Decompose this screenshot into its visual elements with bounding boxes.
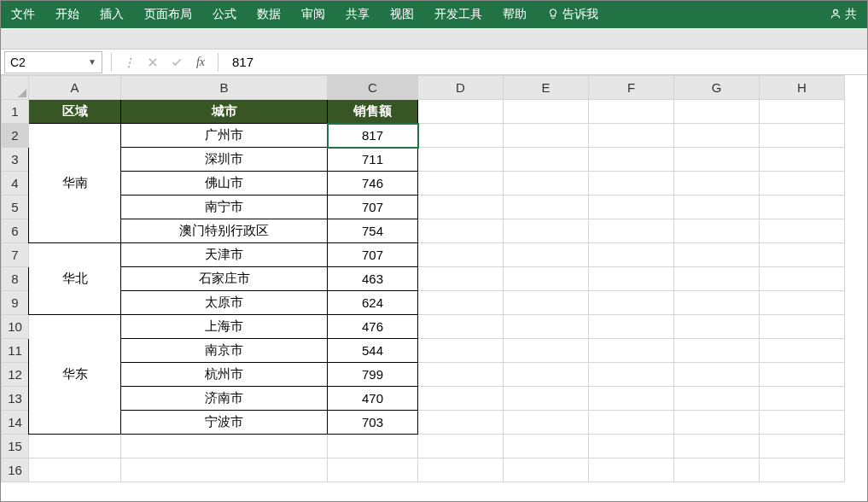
row-header[interactable]: 1 (2, 100, 29, 124)
sales-cell[interactable]: 711 (328, 148, 418, 172)
city-cell[interactable]: 宁波市 (121, 411, 328, 435)
region-cell[interactable]: 华南 (29, 124, 121, 243)
col-header-G[interactable]: G (674, 76, 760, 100)
cell[interactable] (674, 267, 760, 291)
cell[interactable] (418, 435, 504, 458)
cell[interactable] (504, 219, 589, 243)
name-box[interactable]: C2 ▼ (4, 51, 102, 73)
formula-input[interactable]: 817 (224, 50, 867, 74)
cell[interactable] (589, 315, 674, 339)
cell[interactable] (760, 148, 845, 172)
sales-cell[interactable]: 463 (328, 267, 418, 291)
cell[interactable] (418, 219, 504, 243)
row-header[interactable]: 2 (2, 124, 29, 148)
cell[interactable] (760, 315, 845, 339)
cell[interactable] (674, 243, 760, 267)
col-header-C[interactable]: C (328, 76, 418, 100)
ribbon-insert[interactable]: 插入 (90, 1, 134, 28)
cell[interactable] (760, 458, 845, 482)
cell[interactable] (29, 435, 121, 458)
cell[interactable] (418, 363, 504, 387)
cell[interactable] (674, 363, 760, 387)
city-cell[interactable]: 澳门特别行政区 (121, 219, 328, 243)
city-cell[interactable]: 石家庄市 (121, 267, 328, 291)
cell[interactable] (504, 196, 589, 219)
cell[interactable] (674, 219, 760, 243)
ribbon-formulas[interactable]: 公式 (202, 1, 247, 28)
col-header-H[interactable]: H (760, 76, 845, 100)
ribbon-data[interactable]: 数据 (247, 1, 291, 28)
cell[interactable] (504, 148, 589, 172)
ribbon-share-button[interactable]: 共 (819, 1, 867, 28)
ribbon-tell-me[interactable]: 告诉我 (537, 1, 609, 28)
sales-cell[interactable]: 476 (328, 315, 418, 339)
row-header[interactable]: 15 (2, 435, 29, 458)
select-all-corner[interactable] (2, 76, 29, 100)
city-cell[interactable]: 广州市 (121, 124, 328, 148)
cell[interactable] (760, 124, 845, 148)
sales-cell[interactable]: 544 (328, 339, 418, 363)
header-sales[interactable]: 销售额 (328, 100, 418, 124)
cell[interactable] (418, 291, 504, 315)
cell[interactable] (589, 219, 674, 243)
cell[interactable] (504, 458, 589, 482)
cell[interactable] (504, 435, 589, 458)
sales-cell[interactable]: 707 (328, 196, 418, 219)
city-cell[interactable]: 南京市 (121, 339, 328, 363)
row-header[interactable]: 8 (2, 267, 29, 291)
sales-cell[interactable]: 746 (328, 172, 418, 196)
row-header[interactable]: 14 (2, 411, 29, 435)
cell[interactable] (589, 339, 674, 363)
col-header-A[interactable]: A (29, 76, 121, 100)
cell[interactable] (589, 243, 674, 267)
cell[interactable] (504, 124, 589, 148)
cell[interactable] (674, 196, 760, 219)
cell[interactable] (760, 219, 845, 243)
sales-cell[interactable]: 470 (328, 387, 418, 411)
city-cell[interactable]: 济南市 (121, 387, 328, 411)
fx-button[interactable]: fx (189, 51, 213, 73)
cell[interactable] (674, 315, 760, 339)
cell[interactable] (504, 172, 589, 196)
cell[interactable] (674, 435, 760, 458)
cell[interactable] (418, 243, 504, 267)
city-cell[interactable]: 太原市 (121, 291, 328, 315)
cell[interactable] (504, 411, 589, 435)
cell[interactable] (418, 172, 504, 196)
cell[interactable] (121, 458, 328, 482)
cell[interactable] (674, 100, 760, 124)
cell[interactable] (589, 435, 674, 458)
row-header[interactable]: 9 (2, 291, 29, 315)
cell[interactable] (760, 172, 845, 196)
spreadsheet-grid[interactable]: A B C D E F G H 1 区域 城市 销售额 2 华南 广州市 817… (1, 75, 867, 482)
cell[interactable] (504, 339, 589, 363)
cell[interactable] (674, 291, 760, 315)
cell[interactable] (418, 196, 504, 219)
cell[interactable] (760, 387, 845, 411)
region-cell[interactable]: 华北 (29, 243, 121, 315)
cell[interactable] (504, 387, 589, 411)
cell[interactable] (589, 363, 674, 387)
row-header[interactable]: 10 (2, 315, 29, 339)
ribbon-file[interactable]: 文件 (1, 1, 45, 28)
city-cell[interactable]: 深圳市 (121, 148, 328, 172)
ribbon-review[interactable]: 审阅 (291, 1, 335, 28)
cell[interactable] (418, 315, 504, 339)
cell[interactable] (760, 411, 845, 435)
cell[interactable] (504, 243, 589, 267)
cell[interactable] (760, 435, 845, 458)
ribbon-developer[interactable]: 开发工具 (424, 1, 492, 28)
col-header-D[interactable]: D (418, 76, 504, 100)
sales-cell[interactable]: 799 (328, 363, 418, 387)
cell[interactable] (760, 291, 845, 315)
cell[interactable] (418, 339, 504, 363)
city-cell[interactable]: 佛山市 (121, 172, 328, 196)
row-header[interactable]: 12 (2, 363, 29, 387)
cell[interactable] (674, 339, 760, 363)
sales-cell[interactable]: 707 (328, 243, 418, 267)
cell[interactable] (760, 267, 845, 291)
row-header[interactable]: 4 (2, 172, 29, 196)
cell[interactable] (504, 291, 589, 315)
cell[interactable] (589, 100, 674, 124)
cell[interactable] (760, 196, 845, 219)
